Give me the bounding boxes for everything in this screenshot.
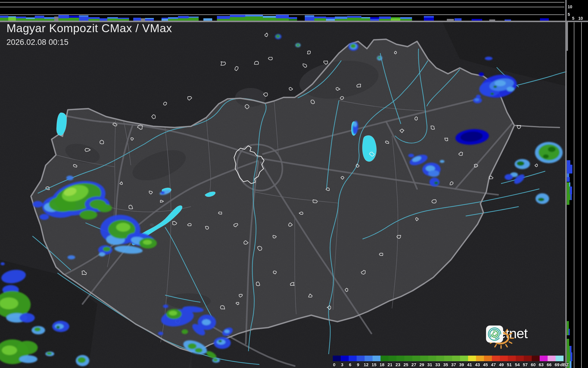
dbz-scale-labels: 0369121518212325272931333537394143454749… bbox=[333, 362, 564, 367]
metnet-app-icon bbox=[486, 325, 503, 343]
dbz-scale-box bbox=[373, 356, 381, 361]
dbz-scale-label: 49 bbox=[497, 362, 506, 367]
dbz-scale-label: 21 bbox=[386, 362, 394, 367]
dbz-scale-box bbox=[548, 356, 556, 361]
dbz-scale-label: 29 bbox=[417, 362, 426, 367]
dbz-scale-box bbox=[540, 356, 548, 361]
dbz-scale-box bbox=[381, 356, 388, 361]
dbz-scale-label: 43 bbox=[473, 362, 482, 367]
dbz-scale-label: 9 bbox=[354, 362, 363, 367]
dbz-scale-label: 35 bbox=[441, 362, 450, 367]
dbz-unit-label: dBZ bbox=[558, 362, 571, 367]
dbz-scale-box bbox=[532, 356, 540, 361]
dbz-scale-label: 18 bbox=[378, 362, 386, 367]
dbz-scale-label: 27 bbox=[409, 362, 418, 367]
dbz-scale: 0369121518212325272931333537394143454749… bbox=[333, 356, 564, 367]
dbz-scale-label: 41 bbox=[465, 362, 474, 367]
dbz-scale-box bbox=[476, 356, 484, 361]
dbz-scale-label: 23 bbox=[393, 362, 402, 367]
dbz-scale-box bbox=[492, 356, 500, 361]
dbz-scale-box bbox=[516, 356, 524, 361]
height-axis-label-10: 10 bbox=[568, 4, 572, 9]
dbz-scale-label: 66 bbox=[545, 362, 554, 367]
dbz-scale-label: 57 bbox=[521, 362, 530, 367]
dbz-scale-box bbox=[500, 356, 508, 361]
dbz-scale-box bbox=[524, 356, 532, 361]
dbz-scale-label: 12 bbox=[362, 362, 370, 367]
side-axis-label-5: 5 bbox=[572, 16, 574, 21]
dbz-scale-box bbox=[388, 356, 396, 361]
radar-map bbox=[0, 0, 588, 368]
dbz-scale-label: 6 bbox=[346, 362, 355, 367]
dbz-scale-label: 37 bbox=[449, 362, 458, 367]
dbz-scale-box bbox=[460, 356, 468, 361]
dbz-scale-label: 51 bbox=[505, 362, 514, 367]
dbz-scale-box bbox=[341, 356, 349, 361]
dbz-scale-box bbox=[444, 356, 452, 361]
echo-side-profile bbox=[565, 0, 588, 368]
dbz-scale-box bbox=[357, 356, 365, 361]
dbz-scale-label: 54 bbox=[513, 362, 522, 367]
dbz-scale-label: 25 bbox=[401, 362, 410, 367]
dbz-scale-box bbox=[396, 356, 404, 361]
dbz-scale-label: 33 bbox=[433, 362, 442, 367]
dbz-scale-label: 63 bbox=[537, 362, 546, 367]
dbz-scale-label: 60 bbox=[529, 362, 538, 367]
dbz-scale-boxes bbox=[333, 356, 564, 361]
height-axis-label-5: 5 bbox=[568, 12, 570, 17]
echo-top-profile bbox=[0, 0, 588, 22]
dbz-scale-box bbox=[333, 356, 341, 361]
metnet-logo[interactable]: metnet bbox=[486, 325, 532, 341]
dbz-scale-box bbox=[420, 356, 428, 361]
dbz-scale-label: 0 bbox=[330, 362, 339, 367]
dbz-scale-box bbox=[452, 356, 460, 361]
dbz-scale-box bbox=[484, 356, 492, 361]
radar-viewer: Magyar Kompozit CMax / VMax 2026.02.08 0… bbox=[0, 0, 588, 368]
dbz-scale-label: 39 bbox=[457, 362, 466, 367]
dbz-scale-box bbox=[412, 356, 420, 361]
dbz-scale-label: 45 bbox=[481, 362, 490, 367]
dbz-scale-box bbox=[436, 356, 444, 361]
dbz-scale-label: 15 bbox=[370, 362, 378, 367]
dbz-scale-label: 3 bbox=[338, 362, 347, 367]
dbz-scale-label: 47 bbox=[489, 362, 498, 367]
dbz-scale-box bbox=[428, 356, 436, 361]
dbz-scale-box bbox=[349, 356, 357, 361]
dbz-scale-box bbox=[508, 356, 516, 361]
dbz-scale-label: 31 bbox=[425, 362, 434, 367]
dbz-scale-box bbox=[365, 356, 373, 361]
side-axis-label-10: 10 bbox=[578, 16, 583, 21]
dbz-scale-box bbox=[404, 356, 412, 361]
dbz-scale-box bbox=[556, 356, 564, 361]
dbz-scale-box bbox=[468, 356, 476, 361]
